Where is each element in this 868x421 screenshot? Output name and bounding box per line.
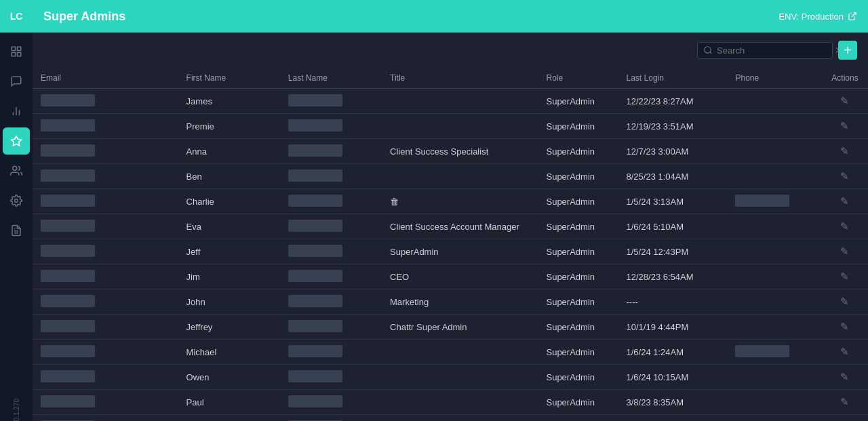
redacted-lastname [288, 220, 342, 232]
cell-role: SuperAdmin [538, 415, 618, 422]
redacted-email [41, 345, 95, 357]
sidebar-item-users[interactable] [3, 157, 30, 184]
cell-role: SuperAdmin [538, 139, 618, 164]
edit-button[interactable]: ✎ [836, 119, 853, 134]
redacted-lastname [288, 345, 342, 357]
add-button[interactable]: + [838, 41, 857, 60]
col-header-actions: Actions [822, 68, 868, 89]
sidebar: LC [0, 0, 33, 421]
cell-phone [727, 114, 821, 139]
search-icon [703, 45, 713, 55]
cell-email [33, 189, 178, 214]
table-header-row: Email First Name Last Name Title Role La… [33, 68, 868, 89]
cell-actions: ✎ [822, 164, 868, 189]
svg-line-14 [710, 52, 712, 54]
cell-title: Chattr Super Admin [382, 315, 538, 340]
cell-phone [727, 315, 821, 340]
cell-phone [727, 264, 821, 289]
table-row: PremieSuperAdmin12/19/23 3:51AM✎ [33, 114, 868, 139]
redacted-email [41, 395, 95, 407]
redacted-lastname [288, 245, 342, 257]
cell-lastname [280, 239, 382, 264]
cell-lastlogin: ---- [618, 415, 728, 422]
cell-phone [727, 189, 821, 214]
cell-firstname: Paul [178, 390, 280, 415]
sidebar-item-chat[interactable] [3, 68, 30, 95]
col-header-role: Role [538, 68, 618, 89]
edit-button[interactable]: ✎ [836, 369, 853, 384]
edit-button[interactable]: ✎ [836, 94, 853, 108]
grid-icon [10, 45, 22, 58]
sidebar-item-analytics[interactable] [3, 98, 30, 125]
cell-lastlogin: 1/5/24 12:43PM [618, 239, 728, 264]
external-link-icon [848, 12, 857, 21]
app-logo[interactable]: LC [0, 0, 33, 33]
redacted-lastname [288, 295, 342, 307]
cell-phone [727, 139, 821, 164]
super-admins-table: Email First Name Last Name Title Role La… [33, 68, 868, 421]
redacted-email [41, 119, 95, 132]
edit-button[interactable]: ✎ [836, 294, 853, 309]
cell-firstname: lmao [178, 415, 280, 422]
edit-button[interactable]: ✎ [836, 144, 853, 159]
sidebar-item-super-admin[interactable] [3, 127, 30, 155]
cell-actions: ✎ [822, 415, 868, 422]
cell-email [33, 415, 178, 422]
cell-lastlogin: 12/7/23 3:00AM [618, 139, 728, 164]
cell-phone [727, 289, 821, 315]
col-header-firstname: First Name [178, 68, 280, 89]
redacted-lastname [288, 144, 342, 157]
redacted-email [41, 295, 95, 307]
cell-lastlogin: 3/8/23 8:35AM [618, 390, 728, 415]
cell-role: SuperAdmin [538, 114, 618, 139]
edit-button[interactable]: ✎ [836, 269, 853, 284]
edit-button[interactable]: ✎ [836, 319, 853, 334]
cell-role: SuperAdmin [538, 164, 618, 189]
cell-actions: ✎ [822, 390, 868, 415]
cell-phone [727, 415, 821, 422]
chat-icon [10, 75, 22, 87]
redacted-lastname [288, 320, 342, 332]
edit-button[interactable]: ✎ [836, 219, 853, 234]
edit-button[interactable]: ✎ [836, 169, 853, 184]
cell-role: SuperAdmin [538, 239, 618, 264]
sidebar-item-dashboard[interactable] [3, 38, 30, 65]
edit-button[interactable]: ✎ [836, 194, 853, 209]
col-header-phone: Phone [727, 68, 821, 89]
search-input[interactable] [717, 45, 831, 56]
cell-title [382, 164, 538, 189]
cell-title: Client Success Specialist [382, 139, 538, 164]
cell-email [33, 114, 178, 139]
table-row: BenSuperAdmin8/25/23 1:04AM✎ [33, 164, 868, 189]
edit-button[interactable]: ✎ [836, 344, 853, 359]
table-row: JeffreyChattr Super AdminSuperAdmin10/1/… [33, 315, 868, 340]
edit-button[interactable]: ✎ [836, 244, 853, 259]
cell-firstname: Michael [178, 340, 280, 365]
edit-button[interactable]: ✎ [836, 395, 853, 409]
cell-actions: ✎ [822, 365, 868, 390]
page-title: Super Admins [43, 9, 125, 24]
cell-role: SuperAdmin [538, 264, 618, 289]
redacted-email [41, 370, 95, 382]
svg-line-12 [852, 13, 856, 17]
cell-email [33, 340, 178, 365]
redacted-lastname [288, 119, 342, 132]
redacted-phone [735, 195, 789, 207]
cell-lastlogin: 12/22/23 8:27AM [618, 89, 728, 114]
redacted-phone [735, 345, 789, 357]
cell-title [382, 340, 538, 365]
cell-firstname: Eva [178, 214, 280, 239]
cell-lastname [280, 289, 382, 315]
cell-lastname [280, 365, 382, 390]
cell-lastname [280, 164, 382, 189]
cell-email [33, 214, 178, 239]
topbar: Super Admins ENV: Production [33, 0, 868, 33]
sidebar-item-reports[interactable] [3, 217, 30, 244]
sidebar-item-settings[interactable] [3, 187, 30, 214]
main-content: Super Admins ENV: Production ✕ + Email [33, 0, 868, 421]
cell-phone [727, 340, 821, 365]
cell-title: pwned [382, 415, 538, 422]
cell-email [33, 239, 178, 264]
col-header-title: Title [382, 68, 538, 89]
cell-lastname [280, 139, 382, 164]
